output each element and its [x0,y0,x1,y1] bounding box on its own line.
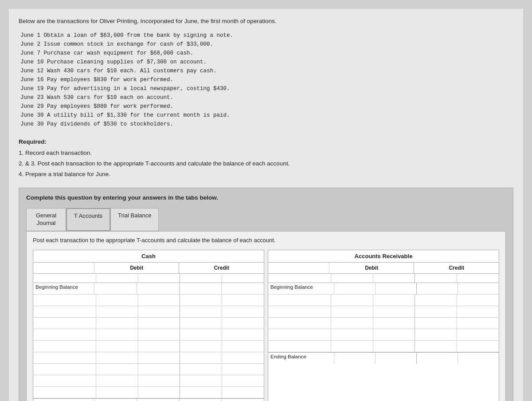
cash-row1-c1[interactable] [180,295,222,306]
complete-instruction: Complete this question by entering your … [26,194,506,201]
ar-row4-c1[interactable] [415,329,457,340]
cash-row5-c2[interactable] [222,341,264,352]
ar-row1-d1[interactable] [331,295,373,306]
cash-row8-c2[interactable] [222,375,264,386]
ar-row2-d2[interactable] [373,306,415,317]
ar-row2-d1[interactable] [331,306,373,317]
ar-credit-header: Credit [414,263,499,273]
cash-row4-d2[interactable] [138,329,180,340]
ar-title: Accounts Receivable [268,250,499,263]
ar-row5-d1[interactable] [331,341,373,352]
cash-row7-d1[interactable] [96,364,138,375]
transaction-10: June 30 A utility bill of $1,330 for the… [20,111,513,120]
ar-begin-c1[interactable] [417,283,458,294]
cash-row3-c2[interactable] [222,318,264,329]
cash-row7-c2[interactable] [222,364,264,375]
cash-beginning-balance-label: Beginning Balance [33,283,94,294]
cash-row3-d1[interactable] [96,318,138,329]
cash-row6-d1[interactable] [96,352,138,363]
transaction-1: June 1 Obtain a loan of $63,000 from the… [20,31,513,40]
cash-row1-d1[interactable] [96,295,138,306]
ar-end-d2[interactable] [376,353,417,364]
cash-begin-debit-2[interactable] [137,283,180,294]
post-instruction: Post each transaction to the appropriate… [33,237,499,244]
cash-row4-d1[interactable] [96,329,138,340]
ar-row3-d2[interactable] [373,318,415,329]
cash-row8-c1[interactable] [180,375,222,386]
ar-row1-c2[interactable] [457,295,499,306]
cash-row9-c2[interactable] [222,387,264,398]
ar-row4-d1[interactable] [331,329,373,340]
cash-row2-c2[interactable] [222,306,264,317]
ar-end-c1[interactable] [417,353,458,364]
tab-trial-balance-label: Trial Balance [118,212,151,219]
ar-begin-c2[interactable] [458,283,499,294]
ar-row1-c1[interactable] [415,295,457,306]
cash-row9-d1[interactable] [96,387,138,398]
tab-general-journal[interactable]: General Journal [26,208,66,231]
cash-row7-c1[interactable] [180,364,222,375]
tab-t-accounts-label: T Accounts [74,212,102,219]
ar-begin-d1[interactable] [334,283,376,294]
ar-row2-c2[interactable] [457,306,499,317]
cash-end-d1[interactable] [94,399,137,401]
cash-row1-d2[interactable] [138,295,180,306]
cash-row9-d2[interactable] [138,387,180,398]
transaction-3: June 7 Purchase car wash equipment for $… [20,49,513,58]
required-item-3: 4. Prepare a trial balance for June. [19,171,110,177]
cash-row5-d1[interactable] [96,341,138,352]
cash-row6-d2[interactable] [138,352,180,363]
tab-trial-balance[interactable]: Trial Balance [110,208,159,231]
ar-row5-d2[interactable] [373,341,415,352]
ar-row3-c2[interactable] [457,318,499,329]
ar-ending-balance-label: Ending Balance [268,353,334,364]
required-section: Required: 1. Record each transaction. 2.… [19,137,513,180]
ar-begin-d2[interactable] [376,283,417,294]
transaction-5: June 12 Wash 430 cars for $10 each. All … [20,67,513,75]
ar-end-d1[interactable] [334,353,376,364]
cash-row5-d2[interactable] [138,341,180,352]
cash-row3-c1[interactable] [180,318,222,329]
cash-row7-d2[interactable] [138,364,180,375]
cash-row1-c2[interactable] [222,295,264,306]
cash-begin-credit-1[interactable] [180,283,222,294]
cash-row2-c1[interactable] [180,306,222,317]
cash-end-c2[interactable] [222,399,264,401]
ar-row4-d2[interactable] [373,329,415,340]
cash-row9-c1[interactable] [180,387,222,398]
ar-row3-c1[interactable] [415,318,457,329]
cash-row2-d2[interactable] [138,306,180,317]
tab-t-accounts[interactable]: T Accounts [66,208,110,231]
cash-begin-credit-2[interactable] [222,283,264,294]
tab-general-journal-label1: General [36,212,56,219]
cash-row8-d2[interactable] [138,375,180,386]
transaction-11: June 30 Pay dividends of $530 to stockho… [20,120,513,129]
ar-row5-c2[interactable] [457,341,499,352]
cash-row5-c1[interactable] [180,341,222,352]
ar-debit-header: Debit [329,263,415,273]
ar-row1-d2[interactable] [373,295,415,306]
complete-box: Complete this question by entering your … [19,188,513,401]
ar-row2-c1[interactable] [415,306,457,317]
transaction-6: June 16 Pay employees $830 for work perf… [20,75,513,84]
ar-row3-d1[interactable] [331,318,373,329]
transaction-4: June 10 Purchase cleaning supplies of $7… [20,58,513,67]
ar-end-c2[interactable] [458,353,499,364]
intro-text: Below are the transactions for Oliver Pr… [19,17,513,26]
cash-ending-balance-label: Ending Balance [33,399,94,401]
cash-row8-d1[interactable] [96,375,138,386]
cash-end-c1[interactable] [180,399,222,401]
cash-row6-c2[interactable] [222,352,264,363]
cash-row2-d1[interactable] [96,306,138,317]
required-label: Required: [19,138,47,145]
ar-t-account: Accounts Receivable Debit Credit [268,250,499,401]
cash-row4-c1[interactable] [180,329,222,340]
cash-row6-c1[interactable] [180,352,222,363]
cash-end-d2[interactable] [137,399,180,401]
cash-begin-debit-1[interactable] [94,283,137,294]
ar-row4-c2[interactable] [457,329,499,340]
required-item-1: 1. Record each transaction. [19,149,92,156]
cash-row4-c2[interactable] [222,329,264,340]
cash-row3-d2[interactable] [138,318,180,329]
ar-row5-c1[interactable] [415,341,457,352]
